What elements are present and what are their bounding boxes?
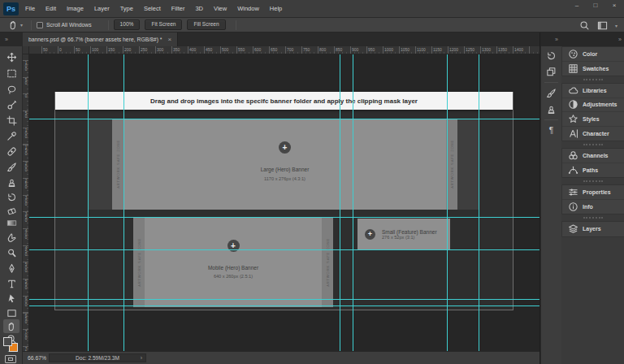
tool-preset-chevron-icon[interactable]: ▾ bbox=[20, 22, 23, 28]
panel-tab-paths[interactable]: Paths bbox=[562, 163, 624, 178]
screen-mode-icon[interactable] bbox=[5, 355, 16, 363]
guide-vertical[interactable] bbox=[479, 54, 479, 351]
lasso-tool[interactable] bbox=[3, 83, 20, 97]
toolbar-collapse-icon[interactable]: » bbox=[5, 37, 7, 42]
hand-tool[interactable] bbox=[3, 319, 20, 333]
menu-3d[interactable]: 3D bbox=[195, 5, 203, 12]
eyedropper-tool[interactable] bbox=[3, 129, 20, 143]
smudge-tool[interactable] bbox=[3, 231, 20, 245]
guide-vertical[interactable] bbox=[353, 54, 353, 351]
100--button[interactable]: 100% bbox=[114, 20, 141, 30]
menu-view[interactable]: View bbox=[214, 5, 227, 12]
rectangular-marquee-tool[interactable] bbox=[3, 67, 20, 80]
path-selection-tool[interactable] bbox=[3, 292, 20, 306]
minimize-button[interactable]: – bbox=[572, 2, 582, 9]
workspace-switcher-icon[interactable] bbox=[597, 20, 608, 31]
menu-layer[interactable]: Layer bbox=[94, 5, 110, 12]
history-panel-icon[interactable] bbox=[543, 49, 560, 63]
panel-tab-styles[interactable]: Styles bbox=[562, 112, 624, 127]
fill-screen-button[interactable]: Fill Screen bbox=[187, 20, 225, 30]
divider bbox=[544, 119, 558, 120]
menu-file[interactable]: File bbox=[25, 5, 35, 12]
foreground-color-swatch[interactable] bbox=[3, 337, 12, 346]
quick-selection-tool[interactable] bbox=[3, 98, 20, 112]
guide-horizontal[interactable] bbox=[29, 217, 540, 218]
vertical-ruler[interactable]: 1005005010015020025030035040045050055060… bbox=[23, 54, 29, 351]
menu-window[interactable]: Window bbox=[237, 5, 259, 12]
guide-horizontal[interactable] bbox=[29, 119, 540, 119]
ruler-corner[interactable] bbox=[23, 46, 29, 54]
scroll-all-windows-checkbox[interactable] bbox=[37, 22, 43, 28]
history-brush-tool[interactable] bbox=[3, 190, 20, 204]
paragraph-panel-icon[interactable]: ¶ bbox=[543, 124, 560, 137]
guide-vertical[interactable] bbox=[340, 54, 340, 351]
panel-group: LibrariesAdjustmentsStylesCharacter bbox=[561, 83, 624, 141]
dodge-tool[interactable] bbox=[3, 246, 20, 260]
move-tool[interactable] bbox=[3, 50, 20, 64]
maximize-button[interactable]: □ bbox=[591, 2, 600, 9]
ruler-label: 50 bbox=[24, 78, 28, 84]
panel-tab-swatches[interactable]: Swatches bbox=[562, 62, 624, 76]
tab-close-icon[interactable]: × bbox=[167, 36, 171, 43]
panel-tab-properties[interactable]: Properties bbox=[562, 185, 624, 200]
add-image-icon[interactable]: + bbox=[365, 229, 375, 240]
menu-select[interactable]: Select bbox=[144, 5, 161, 12]
zoom-buttons: 100%Fit ScreenFill Screen bbox=[114, 20, 231, 30]
fit-screen-button[interactable]: Fit Screen bbox=[145, 20, 182, 30]
gradient-tool[interactable] bbox=[3, 216, 20, 230]
large-hero-banner[interactable]: ARTWORK SAFE ZONEARTWORK SAFE ZONE+Large… bbox=[112, 119, 457, 210]
guide-vertical[interactable] bbox=[88, 54, 89, 351]
panel-group-grip[interactable] bbox=[583, 217, 603, 219]
clone-source-panel-icon[interactable] bbox=[543, 102, 560, 116]
menu-type[interactable]: Type bbox=[120, 5, 133, 12]
panel-tab-color[interactable]: Color bbox=[562, 47, 624, 62]
panel-tab-info[interactable]: Info bbox=[562, 200, 624, 214]
ruler-label: 350 bbox=[24, 212, 28, 222]
ruler-label: 1050 bbox=[401, 47, 410, 52]
status-chevron-icon[interactable]: › bbox=[141, 355, 142, 361]
panel-tab-layers[interactable]: Layers bbox=[562, 222, 624, 236]
panel-tab-character[interactable]: Character bbox=[562, 127, 624, 141]
menu-edit[interactable]: Edit bbox=[46, 5, 56, 12]
dock-collapse-icon[interactable]: » bbox=[555, 37, 557, 42]
dock-collapse-icon[interactable]: » bbox=[618, 37, 621, 42]
menu-filter[interactable]: Filter bbox=[171, 5, 185, 12]
search-icon[interactable] bbox=[579, 20, 590, 31]
layer-comps-panel-icon[interactable] bbox=[543, 65, 560, 79]
guide-horizontal[interactable] bbox=[29, 299, 540, 300]
guide-horizontal[interactable] bbox=[29, 306, 540, 306]
menu-bar: FileEditImageLayerTypeSelectFilter3DView… bbox=[25, 5, 282, 12]
small-feature-banner[interactable]: +Small (Feature) Banner276 x 52px (3:1) bbox=[358, 219, 450, 249]
menu-image[interactable]: Image bbox=[67, 5, 84, 12]
ruler-label: 250 bbox=[141, 47, 147, 52]
guide-vertical[interactable] bbox=[447, 54, 448, 351]
spot-healing-brush-tool[interactable] bbox=[3, 145, 20, 158]
guide-horizontal[interactable] bbox=[29, 249, 540, 250]
horizontal-ruler[interactable]: 5005010015020025030035040045050055060065… bbox=[29, 46, 540, 54]
panel-group-grip[interactable] bbox=[583, 144, 603, 145]
document-size-field[interactable]: Doc: 2.59M/23.3M › bbox=[49, 353, 146, 362]
rectangle-tool[interactable] bbox=[3, 306, 20, 320]
zoom-level[interactable]: 66.67% bbox=[28, 355, 46, 361]
panel-tab-adjustments[interactable]: Adjustments bbox=[562, 98, 624, 113]
menu-help[interactable]: Help bbox=[270, 5, 282, 12]
guide-vertical[interactable] bbox=[124, 54, 124, 351]
canvas-viewport[interactable]: Drag and drop images into the specifc ba… bbox=[29, 54, 540, 351]
pen-tool[interactable] bbox=[3, 262, 20, 275]
brush-settings-panel-icon[interactable] bbox=[543, 86, 560, 100]
ruler-label: 400 bbox=[189, 47, 196, 52]
brush-tool[interactable] bbox=[3, 160, 20, 174]
panel-tab-libraries[interactable]: Libraries bbox=[562, 84, 624, 98]
type-tool[interactable] bbox=[3, 277, 20, 291]
mobile-hero-banner[interactable]: ARTWORK SAFE ZONEARTWORK SAFE ZONE+Mobil… bbox=[133, 217, 333, 307]
panel-tab-channels[interactable]: Channels bbox=[562, 149, 624, 163]
crop-tool[interactable] bbox=[3, 114, 20, 128]
hand-tool-icon[interactable] bbox=[8, 20, 19, 30]
add-image-icon[interactable]: + bbox=[279, 141, 291, 154]
document-tab[interactable]: banners.psd @ 66.7% (banner assets here,… bbox=[23, 32, 178, 46]
workspace-chevron-icon[interactable]: ▾ bbox=[615, 23, 618, 28]
close-button[interactable]: × bbox=[609, 2, 619, 9]
clone-stamp-tool[interactable] bbox=[3, 176, 20, 189]
panel-group-grip[interactable] bbox=[583, 180, 603, 182]
panel-group-grip[interactable] bbox=[583, 79, 603, 80]
